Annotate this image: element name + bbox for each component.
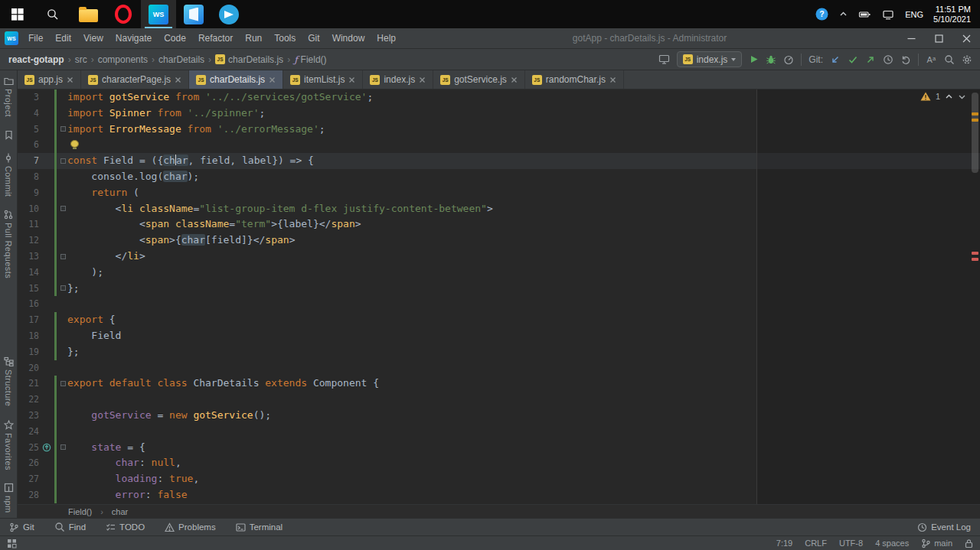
tab-close-icon[interactable] [175, 76, 181, 83]
code-line[interactable]: 11 <span className="term">{label}</span> [18, 216, 980, 233]
fold-marker[interactable] [58, 281, 67, 297]
tab-close-icon[interactable] [511, 76, 518, 83]
breadcrumb-item-field[interactable]: ƒField() [293, 54, 327, 65]
menu-help[interactable]: Help [371, 28, 402, 48]
menu-tools[interactable]: Tools [268, 28, 302, 48]
fold-marker[interactable] [58, 249, 67, 265]
monitor-icon[interactable] [658, 54, 670, 65]
tab-close-icon[interactable] [419, 76, 426, 83]
vcs-update-button[interactable] [830, 54, 841, 65]
vcs-commit-button[interactable] [848, 54, 858, 65]
menu-git[interactable]: Git [302, 28, 325, 48]
event-log-button[interactable]: Event Log [917, 522, 971, 532]
line-ending-indicator[interactable]: CRLF [805, 539, 827, 548]
profiler-button[interactable] [783, 54, 794, 65]
rollback-button[interactable] [900, 54, 911, 65]
code-line[interactable]: 25 state = { [18, 440, 980, 456]
code-line[interactable]: 20 [18, 360, 980, 376]
taskbar-app-blue-app[interactable] [176, 0, 211, 28]
scrollbar-thumb[interactable] [972, 93, 978, 173]
fold-marker[interactable] [58, 201, 67, 217]
code-line[interactable]: 13 </li> [18, 249, 980, 265]
code-line[interactable]: 4import Spinner from '../spinner'; [18, 106, 980, 122]
translate-icon[interactable]: Aa [926, 54, 937, 65]
language-indicator[interactable]: ENG [900, 0, 929, 28]
fold-marker[interactable] [58, 122, 67, 138]
code-line[interactable]: 3import gotService from '../../services/… [18, 89, 980, 106]
code-line[interactable]: 10 <li className="list-group-item d-flex… [18, 201, 980, 217]
battery-tray-button[interactable] [853, 0, 877, 28]
breadcrumb-item-chardetails-js[interactable]: JScharDetails.js [214, 54, 284, 65]
breadcrumb-item-src[interactable]: src [74, 54, 88, 65]
code-line[interactable]: 14 ); [18, 265, 980, 281]
close-button[interactable] [952, 28, 980, 48]
code-line[interactable]: 15}; [18, 281, 980, 297]
run-button[interactable] [749, 54, 759, 64]
inspections-widget[interactable]: 1 [920, 92, 966, 101]
indent-indicator[interactable]: 4 spaces [875, 539, 909, 548]
fold-marker[interactable] [58, 153, 67, 169]
menu-window[interactable]: Window [326, 28, 371, 48]
tab-close-icon[interactable] [348, 76, 355, 83]
code-line[interactable]: 27 loading: true, [18, 471, 980, 487]
taskbar-app-telegram[interactable] [211, 0, 247, 28]
start-button[interactable] [0, 0, 35, 28]
menu-edit[interactable]: Edit [49, 28, 77, 48]
hidden-icons-button[interactable] [834, 0, 853, 28]
taskbar-clock[interactable]: 11:51 PM 5/10/2021 [929, 5, 980, 24]
lock-icon[interactable] [965, 539, 973, 548]
tool-window-button-git[interactable]: Git [9, 522, 34, 532]
tool-stripe-commit[interactable]: Commit [4, 153, 13, 197]
previous-problem-button[interactable] [945, 93, 953, 101]
tab-close-icon[interactable] [67, 76, 74, 83]
code-line[interactable]: 9 return ( [18, 185, 980, 201]
tab-close-icon[interactable] [269, 76, 276, 83]
code-line[interactable]: 24 [18, 424, 980, 440]
settings-gear-icon[interactable] [962, 54, 972, 65]
network-tray-button[interactable] [877, 0, 900, 28]
debug-button[interactable] [766, 54, 776, 65]
editor-breadcrumb-char[interactable]: char [112, 507, 128, 516]
code-line[interactable]: 21export default class CharDetails exten… [18, 376, 980, 392]
menu-code[interactable]: Code [158, 28, 192, 48]
editor-tab-randomchar-js[interactable]: JSrandomChar.js [525, 70, 624, 89]
taskbar-app-webstorm[interactable]: WS [141, 0, 176, 28]
editor-tab-app-js[interactable]: JSapp.js [18, 70, 81, 89]
editor-tab-index-js[interactable]: JSindex.js [363, 70, 433, 89]
code-line[interactable]: 19}; [18, 344, 980, 360]
vcs-push-button[interactable] [865, 54, 876, 65]
tool-window-button-terminal[interactable]: Terminal [236, 522, 283, 532]
code-line[interactable]: 16 [18, 296, 980, 312]
tool-stripe-npm[interactable]: npm [4, 483, 14, 513]
encoding-indicator[interactable]: UTF-8 [839, 539, 863, 548]
breadcrumb-item-chardetails[interactable]: charDetails [158, 54, 205, 65]
menu-run[interactable]: Run [239, 28, 268, 48]
editor-tab-itemlist-js[interactable]: JSitemList.js [283, 70, 363, 89]
code-line[interactable]: 7const Field = ({char, field, label}) =>… [18, 153, 980, 169]
taskbar-search-button[interactable] [35, 0, 70, 28]
tool-stripe-structure[interactable]: Structure [4, 356, 14, 406]
editor-tab-chardetails-js[interactable]: JScharDetails.js [189, 70, 283, 89]
tool-stripe-project[interactable]: Project [4, 76, 14, 117]
tool-window-button-todo[interactable]: TODO [106, 522, 145, 532]
tool-window-button-problems[interactable]: Problems [165, 522, 216, 532]
tab-close-icon[interactable] [609, 76, 616, 83]
code-line[interactable]: 28 error: false [18, 487, 980, 503]
code-line[interactable]: 12 <span>{char[field]}</span> [18, 233, 980, 249]
caret-position[interactable]: 7:19 [776, 539, 792, 548]
code-line[interactable]: 22 [18, 392, 980, 408]
editor-breadcrumb-field[interactable]: Field() [68, 507, 92, 516]
code-line[interactable]: 8 console.log(char); [18, 169, 980, 185]
code-line[interactable]: 6 [18, 137, 980, 153]
code-line[interactable]: 5import ErrorMessage from '../errorMessa… [18, 122, 980, 138]
breadcrumb-item-components[interactable]: components [97, 54, 149, 65]
menu-view[interactable]: View [77, 28, 109, 48]
maximize-button[interactable] [925, 28, 952, 48]
error-stripe-mark[interactable] [972, 112, 978, 116]
tool-window-button-find[interactable]: Find [54, 522, 86, 532]
breadcrumb-item-react-gotapp[interactable]: react-gotapp [8, 54, 65, 65]
help-tray-button[interactable]: ? [810, 0, 834, 28]
taskbar-app-opera[interactable] [106, 0, 141, 28]
code-line[interactable]: 26 char: null, [18, 455, 980, 471]
editor-tab-characterpage-js[interactable]: JScharacterPage.js [81, 70, 189, 89]
